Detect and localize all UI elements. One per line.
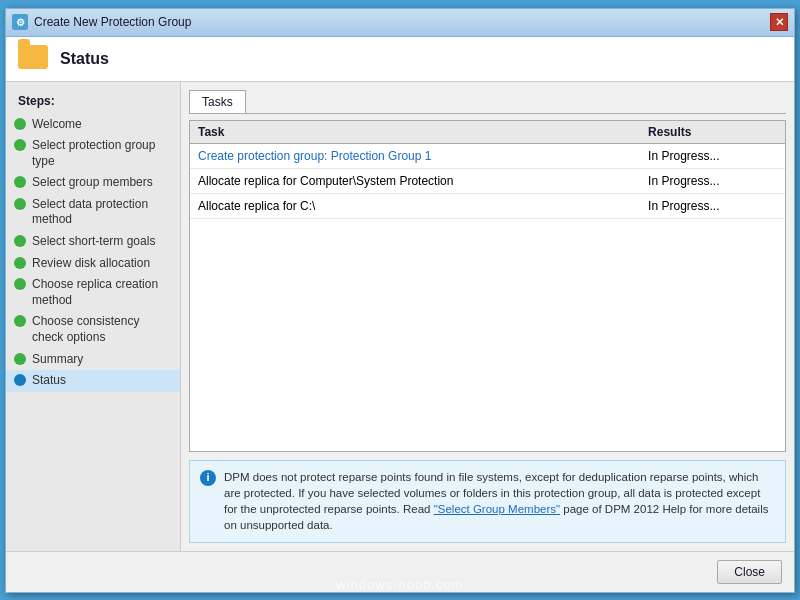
step-dot-select-group-type — [14, 139, 26, 151]
step-label-welcome: Welcome — [32, 117, 172, 133]
header-folder-icon — [18, 45, 50, 73]
sidebar-item-status[interactable]: Status — [6, 370, 180, 392]
window-title: Create New Protection Group — [34, 15, 191, 29]
title-bar: ⚙ Create New Protection Group ✕ — [6, 9, 794, 37]
step-dot-review-disk — [14, 257, 26, 269]
step-dot-summary — [14, 353, 26, 365]
steps-label: Steps: — [6, 90, 180, 114]
sidebar-item-select-group-type[interactable]: Select protection group type — [6, 135, 180, 172]
step-label-summary: Summary — [32, 352, 172, 368]
page-title: Status — [60, 50, 109, 68]
sidebar-item-choose-consistency[interactable]: Choose consistency check options — [6, 311, 180, 348]
close-button[interactable]: Close — [717, 560, 782, 584]
sidebar-item-welcome[interactable]: Welcome — [6, 114, 180, 136]
step-label-status: Status — [32, 373, 172, 389]
sidebar-item-review-disk[interactable]: Review disk allocation — [6, 253, 180, 275]
tasks-table-wrapper: Task Results Create protection group: Pr… — [189, 120, 786, 453]
sidebar: Steps: WelcomeSelect protection group ty… — [6, 82, 181, 551]
step-dot-status — [14, 374, 26, 386]
col-task: Task — [190, 121, 640, 144]
main-content: Steps: WelcomeSelect protection group ty… — [6, 82, 794, 551]
step-dot-select-short-term — [14, 235, 26, 247]
step-label-select-group-type: Select protection group type — [32, 138, 172, 169]
result-cell-1: In Progress... — [640, 168, 785, 193]
info-box: i DPM does not protect reparse points fo… — [189, 460, 786, 542]
info-icon: i — [200, 470, 216, 486]
col-results: Results — [640, 121, 785, 144]
task-link-0[interactable]: Create protection group: Protection Grou… — [198, 149, 431, 163]
step-label-select-data-protection: Select data protection method — [32, 197, 172, 228]
main-window: ⚙ Create New Protection Group ✕ Status S… — [5, 8, 795, 593]
table-row: Allocate replica for Computer\System Pro… — [190, 168, 785, 193]
tasks-table: Task Results Create protection group: Pr… — [190, 121, 785, 219]
header-bar: Status — [6, 37, 794, 82]
title-bar-left: ⚙ Create New Protection Group — [12, 14, 191, 30]
result-cell-2: In Progress... — [640, 193, 785, 218]
step-label-choose-replica: Choose replica creation method — [32, 277, 172, 308]
sidebar-item-summary[interactable]: Summary — [6, 349, 180, 371]
table-row: Create protection group: Protection Grou… — [190, 143, 785, 168]
step-dot-select-data-protection — [14, 198, 26, 210]
select-group-members-link[interactable]: "Select Group Members" — [434, 503, 560, 515]
step-dot-welcome — [14, 118, 26, 130]
sidebar-item-choose-replica[interactable]: Choose replica creation method — [6, 274, 180, 311]
step-label-select-short-term: Select short-term goals — [32, 234, 172, 250]
close-window-button[interactable]: ✕ — [770, 13, 788, 31]
tab-tasks[interactable]: Tasks — [189, 90, 246, 113]
step-dot-choose-replica — [14, 278, 26, 290]
task-cell-1: Allocate replica for Computer\System Pro… — [190, 168, 640, 193]
step-label-choose-consistency: Choose consistency check options — [32, 314, 172, 345]
table-row: Allocate replica for C:\In Progress... — [190, 193, 785, 218]
app-icon: ⚙ — [12, 14, 28, 30]
step-dot-select-group-members — [14, 176, 26, 188]
sidebar-item-select-short-term[interactable]: Select short-term goals — [6, 231, 180, 253]
tabs-bar: Tasks — [189, 90, 786, 114]
result-cell-0: In Progress... — [640, 143, 785, 168]
step-label-review-disk: Review disk allocation — [32, 256, 172, 272]
right-panel: Tasks Task Results Create protection gro… — [181, 82, 794, 551]
info-text: DPM does not protect reparse points foun… — [224, 469, 775, 533]
sidebar-item-select-group-members[interactable]: Select group members — [6, 172, 180, 194]
watermark: windows-noob.com — [336, 577, 463, 592]
step-dot-choose-consistency — [14, 315, 26, 327]
task-cell-2: Allocate replica for C:\ — [190, 193, 640, 218]
task-cell-0: Create protection group: Protection Grou… — [190, 143, 640, 168]
step-label-select-group-members: Select group members — [32, 175, 172, 191]
sidebar-item-select-data-protection[interactable]: Select data protection method — [6, 194, 180, 231]
